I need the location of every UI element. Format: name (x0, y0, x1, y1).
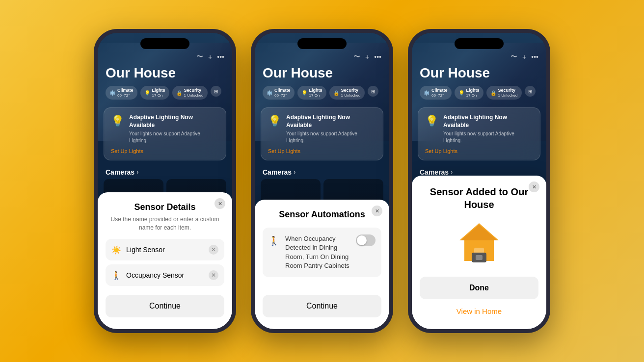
phone-3: 〜 + ••• Our House ❄️ Climate 60–72° 💡 Li… (408, 29, 550, 333)
sensor-item-occupancy[interactable]: 🚶 Occupancy Sensor ✕ (106, 264, 224, 286)
modal-overlay-2: ✕ Sensor Automations 🚶 When Occupancy De… (255, 33, 389, 329)
modal-subtitle-1: Use the name provided or enter a custom … (106, 215, 224, 232)
modal-sensor-added: ✕ Sensor Added to Our House (412, 176, 546, 329)
house-roof-dark (461, 225, 497, 240)
phone-1: 〜 + ••• Our House ❄️ Climate 60–72° 💡 Li… (94, 29, 236, 333)
house-icon-wrapper (420, 221, 538, 265)
occupancy-sensor-label: Occupancy Sensor (126, 271, 184, 279)
house-icon (457, 221, 501, 265)
done-button[interactable]: Done (420, 277, 538, 299)
phone-screen-3: 〜 + ••• Our House ❄️ Climate 60–72° 💡 Li… (412, 33, 546, 329)
light-sensor-label: Light Sensor (126, 246, 165, 254)
automation-toggle-1[interactable] (356, 234, 376, 246)
modal-title-1: Sensor Details (106, 200, 224, 212)
automation-item-1: 🚶 When Occupancy Detected in Dining Room… (263, 228, 381, 277)
modal-overlay-1: ✕ Sensor Details Use the name provided o… (98, 33, 232, 329)
view-home-link[interactable]: View in Home (420, 305, 538, 317)
automation-text-1: When Occupancy Detected in Dining Room, … (285, 234, 350, 270)
sensor-badge-inner (476, 255, 483, 260)
phone-2: 〜 + ••• Our House ❄️ Climate 60–72° 💡 Li… (251, 29, 393, 333)
light-sensor-remove[interactable]: ✕ (209, 245, 218, 255)
modal-title-3: Sensor Added to Our House (420, 185, 538, 211)
sensor-item-light-left: ☀️ Light Sensor (111, 245, 165, 255)
light-sensor-icon: ☀️ (111, 245, 121, 255)
phone-screen-1: 〜 + ••• Our House ❄️ Climate 60–72° 💡 Li… (98, 33, 232, 329)
phone-frame-1: 〜 + ••• Our House ❄️ Climate 60–72° 💡 Li… (94, 29, 236, 333)
occupancy-sensor-icon: 🚶 (111, 271, 121, 280)
sensor-item-occupancy-left: 🚶 Occupancy Sensor (111, 271, 184, 280)
phone-frame-3: 〜 + ••• Our House ❄️ Climate 60–72° 💡 Li… (408, 29, 550, 333)
phone-screen-2: 〜 + ••• Our House ❄️ Climate 60–72° 💡 Li… (255, 33, 389, 329)
house-svg (457, 221, 501, 265)
continue-button-2[interactable]: Continue (263, 295, 381, 317)
occupancy-sensor-remove[interactable]: ✕ (209, 270, 218, 280)
phone-frame-2: 〜 + ••• Our House ❄️ Climate 60–72° 💡 Li… (251, 29, 393, 333)
modal-sensor-details: ✕ Sensor Details Use the name provided o… (98, 192, 232, 329)
continue-button-1[interactable]: Continue (106, 295, 224, 317)
modal-close-3[interactable]: ✕ (529, 181, 539, 192)
modal-title-2: Sensor Automations (263, 207, 381, 220)
modal-sensor-automations: ✕ Sensor Automations 🚶 When Occupancy De… (255, 200, 389, 329)
automation-person-icon: 🚶 (268, 235, 279, 246)
modal-overlay-3: ✕ Sensor Added to Our House (412, 33, 546, 329)
sensor-item-light[interactable]: ☀️ Light Sensor ✕ (106, 239, 224, 260)
